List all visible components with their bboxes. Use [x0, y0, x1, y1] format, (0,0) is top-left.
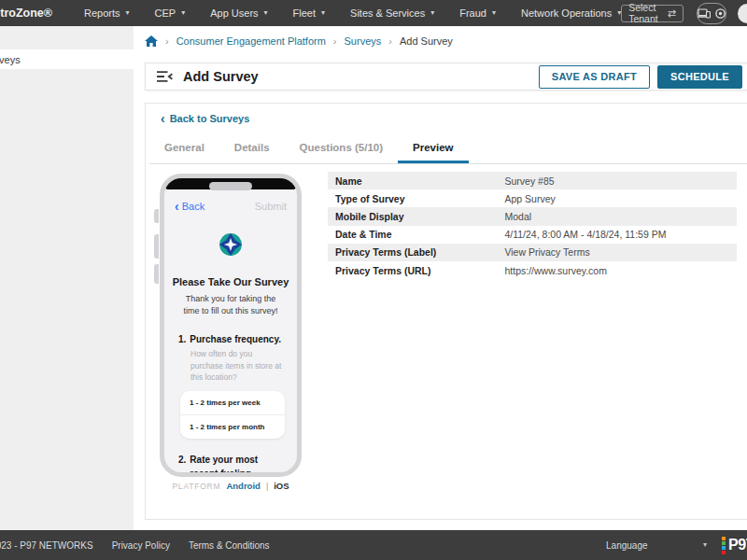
breadcrumb: › Consumer Engagement Platform › Surveys… [145, 35, 453, 47]
caret-down-icon: ▾ [703, 541, 707, 549]
back-link-label: Back to Surveys [170, 113, 250, 124]
toolbar-actions: SAVE AS DRAFT SCHEDULE [539, 65, 744, 89]
menu-label: Reports [84, 7, 120, 19]
devices-icon [698, 8, 711, 19]
terms-conditions-link[interactable]: Terms & Conditions [189, 540, 270, 551]
brand-circle-icon [715, 8, 726, 19]
option-item[interactable]: 1 - 2 times per month [180, 414, 285, 439]
menu-fraud[interactable]: Fraud ▾ [459, 7, 496, 19]
phone-side-button [154, 209, 159, 223]
platform-ios-link[interactable]: iOS [274, 481, 289, 491]
sidebar-item-surveys[interactable]: Surveys [0, 49, 134, 69]
question-1-description: How often do you purchase items in store… [190, 348, 286, 383]
platform-android-link[interactable]: Android [226, 481, 260, 491]
footer: © 2023 - P97 NETWORKS Privacy Policy Ter… [0, 530, 747, 560]
privacy-policy-link[interactable]: Privacy Policy [112, 540, 170, 551]
caret-down-icon: ▾ [126, 9, 130, 17]
caret-down-icon: ▾ [430, 9, 434, 17]
row-label: Name [335, 175, 504, 187]
caret-down-icon: ▾ [181, 9, 185, 17]
question-text: Rate your most recent fueling experience… [190, 453, 288, 477]
tab-general[interactable]: General [149, 133, 219, 163]
menu-network-operations[interactable]: Network Operations ▾ [521, 7, 621, 19]
row-value: View Privacy Terms [504, 246, 589, 258]
breadcrumb-link-cep[interactable]: Consumer Engagement Platform [176, 35, 326, 47]
question-number: 1. [178, 332, 186, 346]
row-label: Privacy Terms (Label) [335, 246, 504, 258]
menu-fleet[interactable]: Fleet ▾ [293, 7, 325, 19]
breadcrumb-separator-icon: › [388, 35, 392, 47]
survey-content-card: ‹ Back to Surveys General Details Questi… [145, 103, 747, 520]
question-2-title: 2. Rate your most recent fueling experie… [164, 453, 297, 477]
caret-down-icon: ▾ [264, 9, 268, 17]
option-item[interactable]: 1 - 2 times per week [180, 391, 285, 414]
menu-reports[interactable]: Reports ▾ [84, 7, 130, 19]
table-row: Name Survey #85 [328, 172, 737, 189]
platform-label: PLATFORM [172, 482, 220, 491]
user-avatar[interactable] [738, 4, 747, 23]
menu-sites-services[interactable]: Sites & Services ▾ [350, 7, 434, 19]
phone-back-button[interactable]: ‹ Back [175, 200, 204, 213]
question-text: Purchase frequency. [190, 332, 281, 346]
copyright-text: © 2023 - P97 NETWORKS [0, 540, 93, 551]
language-label: Language [606, 540, 648, 551]
menu-cep[interactable]: CEP ▾ [155, 7, 186, 19]
row-label: Mobile Display [335, 211, 504, 222]
tenant-select-placeholder: Select Tenant [628, 2, 668, 24]
chevron-left-icon: ‹ [161, 112, 165, 125]
tenant-select[interactable]: Select Tenant ⇄ [621, 5, 684, 22]
home-icon[interactable] [145, 35, 158, 47]
row-label: Privacy Terms (URL) [335, 265, 504, 276]
breadcrumb-current: Add Survey [400, 35, 453, 47]
language-select[interactable]: Language ▾ [606, 540, 707, 551]
phone-back-label: Back [182, 201, 204, 212]
page-title: Add Survey [183, 69, 259, 84]
sidebar: Surveys [0, 26, 134, 530]
p97-logo-text: P97 [728, 537, 747, 553]
row-value: Modal [504, 211, 531, 222]
row-label: Type of Survey [335, 193, 504, 204]
sidebar-item-label: Surveys [0, 54, 21, 65]
survey-brand-icon [218, 232, 243, 257]
platform-divider: | [266, 482, 268, 491]
top-nav: PetroZone® Reports ▾ CEP ▾ App Users ▾ F… [0, 0, 747, 26]
p97-logo: P97 [722, 537, 747, 554]
table-row: Mobile Display Modal [328, 207, 737, 225]
brand-logo[interactable]: PetroZone® [0, 7, 52, 20]
menu-app-users[interactable]: App Users ▾ [210, 7, 267, 19]
caret-down-icon: ▾ [321, 9, 325, 17]
menu-open-icon[interactable] [157, 71, 173, 82]
table-row: Privacy Terms (Label) View Privacy Terms [328, 244, 737, 261]
row-value: https://www.survey.com [504, 265, 607, 276]
swap-horizontal-icon: ⇄ [668, 7, 676, 20]
tab-preview[interactable]: Preview [398, 133, 468, 163]
table-row: Type of Survey App Survey [328, 189, 737, 207]
breadcrumb-separator-icon: › [333, 35, 337, 47]
menu-label: CEP [155, 7, 176, 19]
back-to-surveys-link[interactable]: ‹ Back to Surveys [161, 112, 249, 125]
screen: PetroZone® Reports ▾ CEP ▾ App Users ▾ F… [0, 0, 747, 560]
caret-down-icon: ▾ [492, 9, 496, 17]
main-menu: Reports ▾ CEP ▾ App Users ▾ Fleet ▾ Site… [84, 7, 621, 19]
question-1-title: 1. Purchase frequency. [164, 332, 297, 346]
row-value: Survey #85 [504, 175, 554, 187]
breadcrumb-link-surveys[interactable]: Surveys [345, 35, 382, 47]
device-status-pill[interactable] [697, 3, 726, 24]
tab-questions[interactable]: Questions (5/10) [285, 133, 398, 163]
schedule-button[interactable]: SCHEDULE [657, 65, 742, 89]
tab-details[interactable]: Details [219, 133, 285, 163]
row-value: App Survey [504, 193, 555, 204]
menu-label: Fraud [459, 7, 486, 19]
phone-submit-button[interactable]: Submit [255, 201, 287, 212]
save-as-draft-button[interactable]: SAVE AS DRAFT [539, 65, 650, 89]
menu-label: Sites & Services [350, 7, 425, 19]
menu-label: Network Operations [521, 7, 612, 19]
phone-notch [209, 182, 252, 190]
phone-side-button [154, 264, 159, 284]
survey-subtitle: Thank you for taking the time to fill ou… [176, 293, 285, 316]
menu-label: App Users [210, 7, 258, 19]
row-label: Date & Time [335, 229, 504, 240]
survey-tabs: General Details Questions (5/10) Preview [149, 133, 747, 164]
phone-nav-bar: ‹ Back Submit [164, 200, 297, 213]
breadcrumb-separator-icon: › [165, 35, 169, 47]
